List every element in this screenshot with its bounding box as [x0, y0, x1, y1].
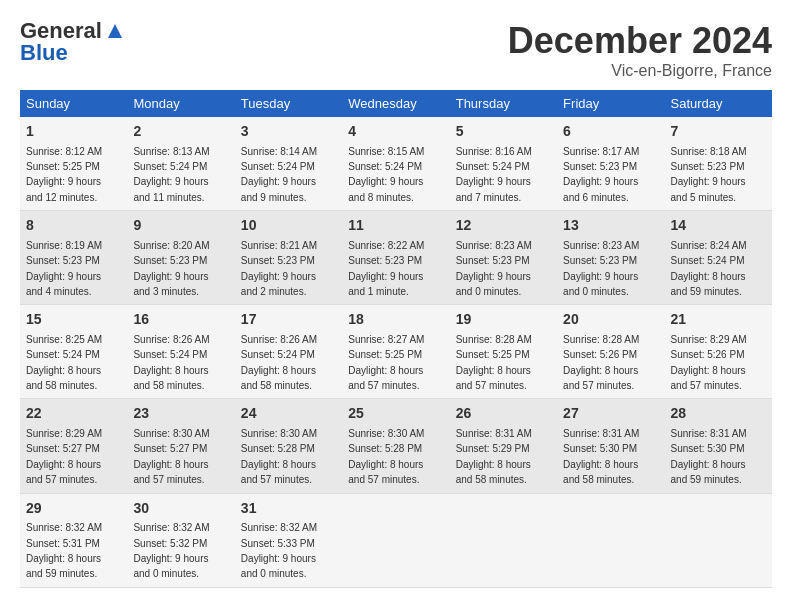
calendar-cell: 30Sunrise: 8:32 AM Sunset: 5:32 PM Dayli… — [127, 493, 234, 587]
day-number: 14 — [671, 216, 766, 236]
day-number: 6 — [563, 122, 658, 142]
calendar-cell: 22Sunrise: 8:29 AM Sunset: 5:27 PM Dayli… — [20, 399, 127, 493]
calendar-cell: 14Sunrise: 8:24 AM Sunset: 5:24 PM Dayli… — [665, 211, 772, 305]
day-number: 1 — [26, 122, 121, 142]
calendar-cell: 7Sunrise: 8:18 AM Sunset: 5:23 PM Daylig… — [665, 117, 772, 211]
calendar-cell — [557, 493, 664, 587]
location-title: Vic-en-Bigorre, France — [508, 62, 772, 80]
day-info: Sunrise: 8:28 AM Sunset: 5:25 PM Dayligh… — [456, 334, 532, 391]
calendar-cell: 8Sunrise: 8:19 AM Sunset: 5:23 PM Daylig… — [20, 211, 127, 305]
calendar-cell: 2Sunrise: 8:13 AM Sunset: 5:24 PM Daylig… — [127, 117, 234, 211]
calendar-cell: 18Sunrise: 8:27 AM Sunset: 5:25 PM Dayli… — [342, 305, 449, 399]
day-number: 18 — [348, 310, 443, 330]
day-number: 8 — [26, 216, 121, 236]
calendar-cell: 1Sunrise: 8:12 AM Sunset: 5:25 PM Daylig… — [20, 117, 127, 211]
calendar-cell: 26Sunrise: 8:31 AM Sunset: 5:29 PM Dayli… — [450, 399, 557, 493]
calendar-cell: 23Sunrise: 8:30 AM Sunset: 5:27 PM Dayli… — [127, 399, 234, 493]
day-info: Sunrise: 8:19 AM Sunset: 5:23 PM Dayligh… — [26, 240, 102, 297]
calendar-cell: 5Sunrise: 8:16 AM Sunset: 5:24 PM Daylig… — [450, 117, 557, 211]
day-info: Sunrise: 8:32 AM Sunset: 5:32 PM Dayligh… — [133, 522, 209, 579]
calendar-cell: 16Sunrise: 8:26 AM Sunset: 5:24 PM Dayli… — [127, 305, 234, 399]
day-info: Sunrise: 8:26 AM Sunset: 5:24 PM Dayligh… — [241, 334, 317, 391]
day-info: Sunrise: 8:31 AM Sunset: 5:30 PM Dayligh… — [671, 428, 747, 485]
weekday-header-saturday: Saturday — [665, 90, 772, 117]
day-info: Sunrise: 8:25 AM Sunset: 5:24 PM Dayligh… — [26, 334, 102, 391]
day-number: 22 — [26, 404, 121, 424]
weekday-header-thursday: Thursday — [450, 90, 557, 117]
day-number: 21 — [671, 310, 766, 330]
day-info: Sunrise: 8:21 AM Sunset: 5:23 PM Dayligh… — [241, 240, 317, 297]
header: General Blue December 2024 Vic-en-Bigorr… — [20, 20, 772, 80]
day-info: Sunrise: 8:23 AM Sunset: 5:23 PM Dayligh… — [456, 240, 532, 297]
calendar-week-row: 29Sunrise: 8:32 AM Sunset: 5:31 PM Dayli… — [20, 493, 772, 587]
calendar-cell: 4Sunrise: 8:15 AM Sunset: 5:24 PM Daylig… — [342, 117, 449, 211]
day-number: 25 — [348, 404, 443, 424]
day-number: 20 — [563, 310, 658, 330]
calendar-cell: 20Sunrise: 8:28 AM Sunset: 5:26 PM Dayli… — [557, 305, 664, 399]
calendar-cell: 31Sunrise: 8:32 AM Sunset: 5:33 PM Dayli… — [235, 493, 342, 587]
calendar-week-row: 1Sunrise: 8:12 AM Sunset: 5:25 PM Daylig… — [20, 117, 772, 211]
weekday-header-tuesday: Tuesday — [235, 90, 342, 117]
calendar-cell — [450, 493, 557, 587]
day-info: Sunrise: 8:16 AM Sunset: 5:24 PM Dayligh… — [456, 146, 532, 203]
calendar-cell: 12Sunrise: 8:23 AM Sunset: 5:23 PM Dayli… — [450, 211, 557, 305]
calendar-cell: 10Sunrise: 8:21 AM Sunset: 5:23 PM Dayli… — [235, 211, 342, 305]
day-info: Sunrise: 8:32 AM Sunset: 5:31 PM Dayligh… — [26, 522, 102, 579]
logo-blue-text: Blue — [20, 40, 68, 65]
day-number: 24 — [241, 404, 336, 424]
day-info: Sunrise: 8:18 AM Sunset: 5:23 PM Dayligh… — [671, 146, 747, 203]
day-info: Sunrise: 8:22 AM Sunset: 5:23 PM Dayligh… — [348, 240, 424, 297]
calendar-cell: 19Sunrise: 8:28 AM Sunset: 5:25 PM Dayli… — [450, 305, 557, 399]
calendar-cell: 29Sunrise: 8:32 AM Sunset: 5:31 PM Dayli… — [20, 493, 127, 587]
day-info: Sunrise: 8:31 AM Sunset: 5:29 PM Dayligh… — [456, 428, 532, 485]
day-info: Sunrise: 8:24 AM Sunset: 5:24 PM Dayligh… — [671, 240, 747, 297]
day-info: Sunrise: 8:29 AM Sunset: 5:26 PM Dayligh… — [671, 334, 747, 391]
day-number: 9 — [133, 216, 228, 236]
calendar-cell — [665, 493, 772, 587]
day-info: Sunrise: 8:15 AM Sunset: 5:24 PM Dayligh… — [348, 146, 424, 203]
weekday-header-monday: Monday — [127, 90, 234, 117]
calendar-cell: 15Sunrise: 8:25 AM Sunset: 5:24 PM Dayli… — [20, 305, 127, 399]
calendar-cell: 27Sunrise: 8:31 AM Sunset: 5:30 PM Dayli… — [557, 399, 664, 493]
day-info: Sunrise: 8:31 AM Sunset: 5:30 PM Dayligh… — [563, 428, 639, 485]
day-info: Sunrise: 8:17 AM Sunset: 5:23 PM Dayligh… — [563, 146, 639, 203]
day-number: 16 — [133, 310, 228, 330]
day-info: Sunrise: 8:30 AM Sunset: 5:28 PM Dayligh… — [241, 428, 317, 485]
calendar-cell: 24Sunrise: 8:30 AM Sunset: 5:28 PM Dayli… — [235, 399, 342, 493]
day-number: 7 — [671, 122, 766, 142]
day-number: 28 — [671, 404, 766, 424]
day-number: 19 — [456, 310, 551, 330]
day-info: Sunrise: 8:13 AM Sunset: 5:24 PM Dayligh… — [133, 146, 209, 203]
day-info: Sunrise: 8:28 AM Sunset: 5:26 PM Dayligh… — [563, 334, 639, 391]
day-number: 11 — [348, 216, 443, 236]
calendar-cell: 9Sunrise: 8:20 AM Sunset: 5:23 PM Daylig… — [127, 211, 234, 305]
weekday-header-wednesday: Wednesday — [342, 90, 449, 117]
day-info: Sunrise: 8:26 AM Sunset: 5:24 PM Dayligh… — [133, 334, 209, 391]
day-info: Sunrise: 8:32 AM Sunset: 5:33 PM Dayligh… — [241, 522, 317, 579]
logo-general-text: General — [20, 20, 102, 42]
day-number: 26 — [456, 404, 551, 424]
svg-marker-0 — [108, 24, 122, 38]
calendar-cell: 6Sunrise: 8:17 AM Sunset: 5:23 PM Daylig… — [557, 117, 664, 211]
day-number: 10 — [241, 216, 336, 236]
day-info: Sunrise: 8:23 AM Sunset: 5:23 PM Dayligh… — [563, 240, 639, 297]
calendar-week-row: 15Sunrise: 8:25 AM Sunset: 5:24 PM Dayli… — [20, 305, 772, 399]
day-info: Sunrise: 8:20 AM Sunset: 5:23 PM Dayligh… — [133, 240, 209, 297]
calendar-cell: 25Sunrise: 8:30 AM Sunset: 5:28 PM Dayli… — [342, 399, 449, 493]
calendar-cell: 17Sunrise: 8:26 AM Sunset: 5:24 PM Dayli… — [235, 305, 342, 399]
calendar-week-row: 8Sunrise: 8:19 AM Sunset: 5:23 PM Daylig… — [20, 211, 772, 305]
day-number: 5 — [456, 122, 551, 142]
day-number: 23 — [133, 404, 228, 424]
logo-triangle-icon — [104, 20, 126, 42]
calendar-cell: 3Sunrise: 8:14 AM Sunset: 5:24 PM Daylig… — [235, 117, 342, 211]
day-number: 15 — [26, 310, 121, 330]
day-number: 12 — [456, 216, 551, 236]
day-info: Sunrise: 8:12 AM Sunset: 5:25 PM Dayligh… — [26, 146, 102, 203]
calendar-cell: 13Sunrise: 8:23 AM Sunset: 5:23 PM Dayli… — [557, 211, 664, 305]
day-number: 29 — [26, 499, 121, 519]
calendar-cell — [342, 493, 449, 587]
day-number: 13 — [563, 216, 658, 236]
day-number: 17 — [241, 310, 336, 330]
calendar-cell: 28Sunrise: 8:31 AM Sunset: 5:30 PM Dayli… — [665, 399, 772, 493]
day-number: 2 — [133, 122, 228, 142]
